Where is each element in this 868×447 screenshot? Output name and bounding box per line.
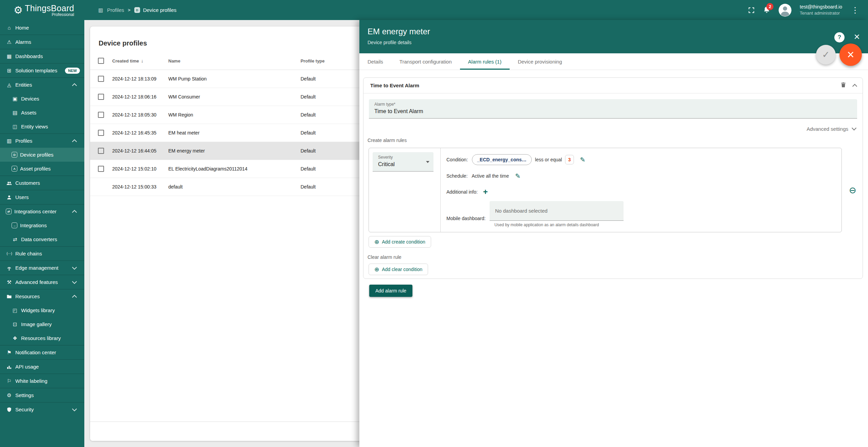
resources-icon — [6, 294, 13, 299]
collapse-alarm-rule-icon[interactable] — [852, 84, 857, 88]
sidebar-item-alarms[interactable]: ⚠Alarms — [0, 35, 84, 49]
close-icon[interactable]: × — [852, 30, 861, 43]
sidebar-item-settings[interactable]: ⚙Settings — [0, 388, 84, 402]
severity-select[interactable]: Severity Critical — [373, 152, 433, 172]
column-header-name[interactable]: Name — [168, 58, 301, 64]
remove-condition-icon[interactable]: ⊖ — [849, 186, 856, 195]
sidebar-item-white-labeling[interactable]: ⚐White labeling — [0, 374, 84, 388]
edit-schedule-icon[interactable]: ✎ — [515, 172, 521, 180]
sidebar-item-api-usage[interactable]: API usage — [0, 359, 84, 374]
alarm-type-field[interactable]: Alarm type* — [369, 99, 857, 119]
fullscreen-icon[interactable] — [748, 7, 755, 14]
sidebar-item-edge-management[interactable]: Edge management — [0, 261, 84, 275]
cell-created: 2024-12-12 15:00:33 — [112, 184, 168, 190]
entity-views-icon: ◫ — [12, 124, 18, 130]
add-additional-info-icon[interactable]: + — [483, 187, 488, 197]
row-checkbox[interactable] — [98, 94, 104, 100]
dropdown-arrow-icon — [426, 161, 429, 163]
add-create-condition-button[interactable]: ⊕ Add create condition — [369, 236, 431, 248]
button-label: Add clear condition — [382, 267, 422, 272]
sidebar-item-resources-library[interactable]: ❖Resources library — [0, 331, 84, 345]
breadcrumb: ▥ Profiles > D Device profiles — [84, 7, 748, 13]
delete-alarm-rule-icon[interactable] — [840, 82, 846, 89]
sidebar-item-asset-profiles[interactable]: AAsset profiles — [0, 162, 84, 176]
sidebar-item-label: Alarms — [15, 39, 31, 45]
add-clear-condition-button[interactable]: ⊕ Add clear condition — [369, 264, 428, 275]
sidebar-item-users[interactable]: Users — [0, 190, 84, 204]
resources-library-icon: ❖ — [12, 335, 18, 341]
cell-name: EM heat meter — [168, 130, 301, 136]
new-badge: NEW — [65, 68, 80, 74]
breadcrumb-item-device-profiles[interactable]: D Device profiles — [134, 7, 176, 13]
sidebar-item-image-gallery[interactable]: ⊡Image gallery — [0, 317, 84, 331]
sidebar-item-assets[interactable]: ▤Assets — [0, 106, 84, 120]
notifications-button[interactable]: 2 — [763, 6, 770, 15]
tab-transport-configuration[interactable]: Transport configuration — [391, 53, 460, 70]
sidebar-item-dashboards[interactable]: ▦Dashboards — [0, 49, 84, 63]
chevron-up-icon — [72, 83, 77, 88]
severity-column: Severity Critical — [369, 148, 441, 232]
row-checkbox[interactable] — [98, 166, 104, 172]
condition-key-chip[interactable]: _ECD_energy_cons… — [472, 154, 532, 165]
row-checkbox[interactable] — [98, 148, 104, 154]
alarm-rule-row: Severity Critical Condition: _ECD_energy… — [369, 148, 863, 232]
breadcrumb-label: Device profiles — [143, 7, 176, 13]
sidebar-item-data-converters[interactable]: ⇄Data converters — [0, 232, 84, 246]
sidebar-item-label: Solution templates — [15, 68, 57, 73]
sidebar-item-solution-templates[interactable]: ⊞Solution templatesNEW — [0, 63, 84, 77]
decline-changes-fab[interactable]: × — [839, 43, 862, 66]
profiles-icon: ▥ — [97, 7, 104, 13]
sidebar-item-advanced-features[interactable]: ⚒Advanced features — [0, 275, 84, 289]
sidebar-item-integrations[interactable]: →Integrations — [0, 218, 84, 232]
breadcrumb-item-profiles[interactable]: ▥ Profiles — [97, 7, 124, 13]
tab-details[interactable]: Details — [359, 53, 391, 70]
more-menu-icon[interactable]: ⋮ — [850, 5, 860, 15]
users-icon — [6, 195, 13, 200]
solution-templates-icon: ⊞ — [6, 68, 13, 74]
cell-name: EL ElectricityLoadDiagrams20112014 — [168, 166, 301, 172]
column-header-created-time[interactable]: Created time ↓ — [112, 58, 168, 64]
sidebar-item-label: Device profiles — [20, 152, 53, 158]
tab-alarm-rules-1[interactable]: Alarm rules (1) — [460, 53, 510, 70]
tab-label: Device provisioning — [518, 59, 562, 65]
help-icon[interactable]: ? — [834, 32, 845, 42]
sidebar-item-home[interactable]: ⌂Home — [0, 21, 84, 35]
sidebar-item-rule-chains[interactable]: ⟨⋯⟩Rule chains — [0, 246, 84, 261]
device-profile-details-panel: EM energy meter Device profile details ?… — [359, 20, 868, 447]
mobile-dashboard-input[interactable] — [490, 201, 624, 221]
cell-name: WM Pump Station — [168, 76, 301, 82]
apply-changes-fab[interactable]: ✓ — [816, 45, 836, 65]
edit-condition-icon[interactable]: ✎ — [580, 156, 585, 164]
add-alarm-rule-button[interactable]: Add alarm rule — [369, 285, 412, 297]
sidebar-item-resources[interactable]: Resources — [0, 289, 84, 303]
sidebar-item-notification-center[interactable]: ⚑Notification center — [0, 345, 84, 359]
sidebar-item-customers[interactable]: Customers — [0, 176, 84, 190]
advanced-settings-toggle[interactable]: Advanced settings — [363, 126, 856, 131]
sidebar-item-label: Assets — [21, 110, 36, 115]
sidebar-item-label: Widgets library — [21, 307, 55, 313]
sidebar-item-profiles[interactable]: ▥Profiles — [0, 133, 84, 148]
sidebar-item-widgets-library[interactable]: ◰Widgets library — [0, 303, 84, 317]
chevron-down-icon — [852, 126, 856, 130]
sidebar-item-label: Profiles — [15, 138, 32, 144]
thingsboard-logo[interactable]: ⚙ ThingsBoard Professional — [0, 0, 84, 20]
sidebar-item-devices[interactable]: ▣Devices — [0, 92, 84, 106]
sidebar-item-label: Entity views — [21, 124, 48, 129]
sidebar-item-entity-views[interactable]: ◫Entity views — [0, 120, 84, 133]
avatar[interactable] — [779, 4, 792, 17]
security-icon — [6, 407, 13, 412]
tab-device-provisioning[interactable]: Device provisioning — [510, 53, 570, 70]
edge-management-icon — [6, 265, 13, 271]
app-root: ⚙ ThingsBoard Professional ⌂Home⚠Alarms▦… — [0, 0, 868, 447]
sidebar-item-entities[interactable]: ◬Entities — [0, 77, 84, 92]
sidebar-item-integrations-center[interactable]: ⇄Integrations center — [0, 204, 84, 218]
alarm-type-label: Alarm type* — [374, 102, 852, 107]
row-checkbox[interactable] — [98, 112, 104, 118]
row-checkbox[interactable] — [98, 130, 104, 136]
sidebar-item-device-profiles[interactable]: DDevice profiles — [0, 148, 84, 162]
row-checkbox[interactable] — [98, 76, 104, 82]
mobile-dashboard-hint: Used by mobile application as an alarm d… — [494, 222, 624, 227]
sidebar-item-security[interactable]: Security — [0, 402, 84, 416]
alarm-type-input[interactable] — [374, 107, 852, 114]
select-all-checkbox[interactable] — [98, 58, 104, 64]
